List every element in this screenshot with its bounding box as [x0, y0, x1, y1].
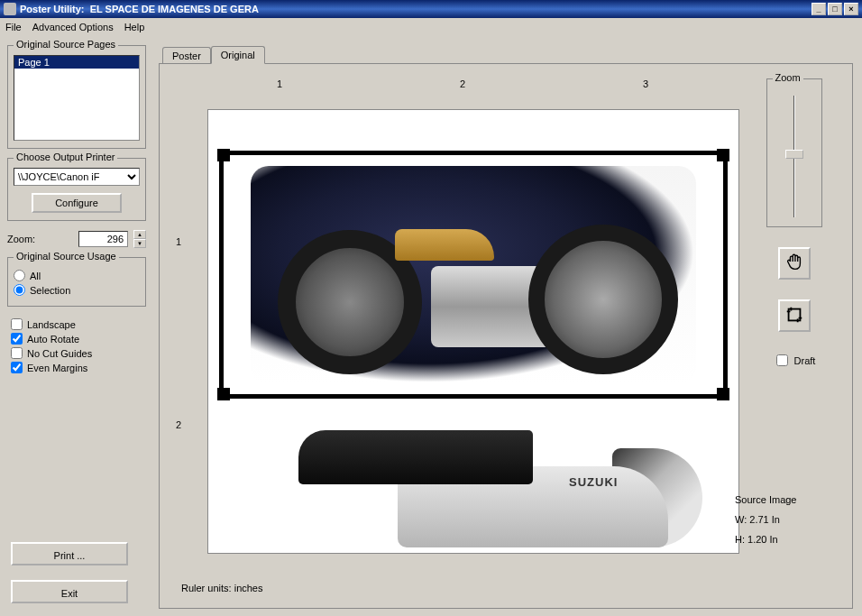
- image-canvas[interactable]: SUZUKI: [207, 109, 739, 554]
- pan-tool-button[interactable]: [778, 247, 811, 280]
- close-button[interactable]: ×: [844, 3, 858, 15]
- original-source-usage-group: Original Source Usage All Selection: [7, 257, 146, 307]
- no-cut-guides-checkbox[interactable]: No Cut Guides: [11, 347, 142, 359]
- ruler-mark: 2: [176, 419, 181, 430]
- selection-handle-tl[interactable]: [217, 149, 230, 161]
- left-panel: Original Source Pages Page 1 Choose Outp…: [0, 36, 153, 616]
- zoom-slider-group: Zoom: [766, 78, 822, 227]
- tabs: Poster Original: [159, 43, 853, 63]
- maximize-button[interactable]: □: [828, 3, 842, 15]
- ruler-vertical: 1 2: [176, 115, 194, 554]
- menu-help[interactable]: Help: [124, 22, 145, 32]
- titlebar: Poster Utility: EL SPACE DE IMAGENES DE …: [0, 0, 862, 18]
- zoom-spin-up-icon[interactable]: ▲: [133, 230, 146, 239]
- list-item-page1[interactable]: Page 1: [14, 56, 139, 69]
- group-title: Original Source Pages: [14, 39, 118, 50]
- ruler-units-label: Ruler units: inches: [181, 583, 263, 593]
- group-title: Choose Output Printer: [14, 152, 117, 162]
- configure-button[interactable]: Configure: [32, 193, 122, 213]
- tab-poster[interactable]: Poster: [162, 47, 211, 64]
- landscape-checkbox[interactable]: Landscape: [11, 318, 142, 330]
- right-panel: Poster Original 1 2 3 1 2: [153, 36, 862, 616]
- tab-body: 1 2 3 1 2: [159, 63, 853, 609]
- usage-all-radio[interactable]: All: [14, 270, 140, 281]
- slider-thumb[interactable]: [785, 150, 803, 159]
- draft-checkbox[interactable]: Draft: [773, 352, 816, 369]
- zoom-label: Zoom:: [7, 234, 35, 244]
- zoom-slider[interactable]: [784, 96, 804, 217]
- selection-handle-tr[interactable]: [717, 149, 729, 161]
- ruler-mark: 1: [176, 236, 181, 247]
- selection-handle-br[interactable]: [717, 388, 729, 400]
- brand-label: SUZUKI: [569, 475, 618, 489]
- canvas-area: 1 2 3 1 2: [176, 78, 739, 554]
- hand-icon: [784, 253, 804, 274]
- menubar: File Advanced Options Help: [0, 18, 862, 36]
- menu-advanced-options[interactable]: Advanced Options: [32, 22, 114, 32]
- even-margins-checkbox[interactable]: Even Margins: [11, 362, 142, 373]
- source-image-title: Source Image: [735, 494, 836, 505]
- source-height: H: 1.20 In: [735, 534, 836, 545]
- ruler-mark: 1: [277, 78, 282, 89]
- svg-rect-0: [788, 309, 800, 321]
- original-source-pages-group: Original Source Pages Page 1: [7, 45, 146, 149]
- ruler-horizontal: 1 2 3: [212, 78, 739, 97]
- auto-rotate-checkbox[interactable]: Auto Rotate: [11, 333, 142, 345]
- zoom-input[interactable]: [78, 231, 128, 247]
- selection-handle-bl[interactable]: [217, 388, 230, 400]
- ruler-mark: 3: [643, 78, 648, 89]
- choose-output-printer-group: Choose Output Printer \\JOYCE\Canon iF C…: [7, 158, 146, 221]
- group-title: Zoom: [773, 72, 803, 83]
- tab-original[interactable]: Original: [211, 46, 265, 64]
- motorcycle-image-2: SUZUKI: [208, 421, 738, 554]
- tools-column: Zoom: [747, 78, 841, 369]
- printer-select[interactable]: \\JOYCE\Canon iF: [14, 168, 140, 186]
- minimize-button[interactable]: _: [812, 3, 826, 15]
- source-pages-list[interactable]: Page 1: [14, 55, 140, 141]
- zoom-row: Zoom: ▲ ▼: [7, 230, 146, 248]
- menu-file[interactable]: File: [5, 22, 22, 32]
- print-button[interactable]: Print ...: [11, 542, 128, 565]
- ruler-mark: 2: [460, 78, 465, 89]
- source-image-info: Source Image W: 2.71 In H: 1.20 In: [735, 485, 836, 554]
- crop-icon: [784, 305, 804, 326]
- zoom-spin-down-icon[interactable]: ▼: [133, 239, 146, 248]
- crop-tool-button[interactable]: [778, 299, 811, 332]
- selection-box[interactable]: [219, 151, 728, 399]
- source-width: W: 2.71 In: [735, 514, 836, 525]
- exit-button[interactable]: Exit: [11, 580, 128, 603]
- group-title: Original Source Usage: [14, 251, 119, 262]
- usage-selection-radio[interactable]: Selection: [14, 284, 140, 296]
- motorcycle-image-1: [251, 166, 696, 383]
- window-title: Poster Utility: EL SPACE DE IMAGENES DE …: [20, 4, 812, 14]
- app-icon: [4, 3, 16, 15]
